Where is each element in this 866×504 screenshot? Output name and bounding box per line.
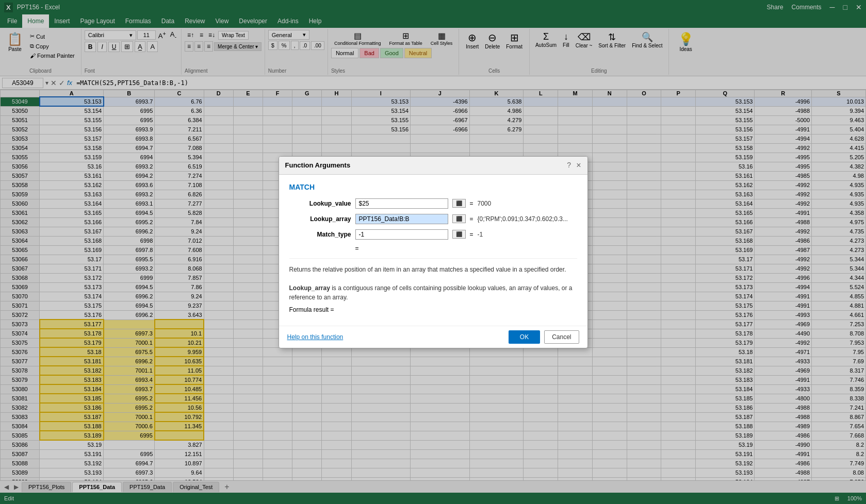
dialog-action-buttons: OK Cancel: [509, 330, 579, 344]
dialog-equals-row: =: [289, 245, 577, 252]
dialog-help-icon[interactable]: ?: [567, 161, 571, 170]
lookup-value-equals: =: [470, 200, 473, 207]
dialog-field-lookup-array: Lookup_array ⬛ = {0;'RPM';0.091;0.347;0.…: [289, 214, 577, 224]
dialog-description: Returns the relative position of an item…: [289, 258, 577, 302]
dialog-equals-symbol: =: [355, 245, 359, 252]
lookup-array-result: {0;'RPM';0.091;0.347;0.602;0.3...: [478, 215, 568, 223]
dialog-titlebar: Function Arguments ? ×: [279, 157, 587, 175]
lookup-value-collapse[interactable]: ⬛: [452, 199, 466, 208]
lookup-value-result: 7000: [478, 200, 492, 207]
match-type-collapse[interactable]: ⬛: [452, 230, 466, 239]
lookup-value-label: Lookup_value: [289, 200, 351, 207]
dialog-close-icon[interactable]: ×: [576, 161, 581, 170]
dialog-overlay: Function Arguments ? × MATCH Lookup_valu…: [0, 0, 866, 504]
lookup-array-input[interactable]: [355, 214, 448, 224]
lookup-array-collapse[interactable]: ⬛: [452, 214, 466, 223]
description-param-text: is a contiguous range of cells containin…: [289, 284, 573, 301]
ok-button[interactable]: OK: [509, 330, 540, 344]
match-type-label: Match_type: [289, 231, 351, 238]
formula-result-label: Formula result =: [289, 306, 334, 313]
lookup-value-input[interactable]: [355, 198, 448, 209]
cancel-button[interactable]: Cancel: [544, 330, 579, 344]
dialog-header-icons: ? ×: [567, 161, 581, 170]
dialog-field-match-type: Match_type ⬛ = -1: [289, 229, 577, 240]
match-type-result: -1: [478, 231, 483, 238]
dialog-field-lookup-value: Lookup_value ⬛ = 7000: [289, 198, 577, 209]
match-type-input[interactable]: [355, 229, 448, 240]
description-main-text: Returns the relative position of an item…: [289, 266, 566, 273]
dialog-function-name: MATCH: [289, 183, 577, 191]
help-link[interactable]: Help on this function: [287, 333, 344, 341]
lookup-array-label: Lookup_array: [289, 215, 351, 223]
function-arguments-dialog: Function Arguments ? × MATCH Lookup_valu…: [279, 156, 588, 348]
dialog-formula-result-row: Formula result =: [289, 306, 577, 313]
dialog-title-label: Function Arguments: [285, 161, 351, 169]
lookup-array-equals: =: [470, 215, 473, 223]
dialog-body: MATCH Lookup_value ⬛ = 7000 Lookup_array…: [279, 175, 587, 326]
dialog-footer: Help on this function OK Cancel: [279, 326, 587, 348]
match-type-equals: =: [470, 231, 473, 238]
description-param-name: Lookup_array: [289, 284, 330, 292]
